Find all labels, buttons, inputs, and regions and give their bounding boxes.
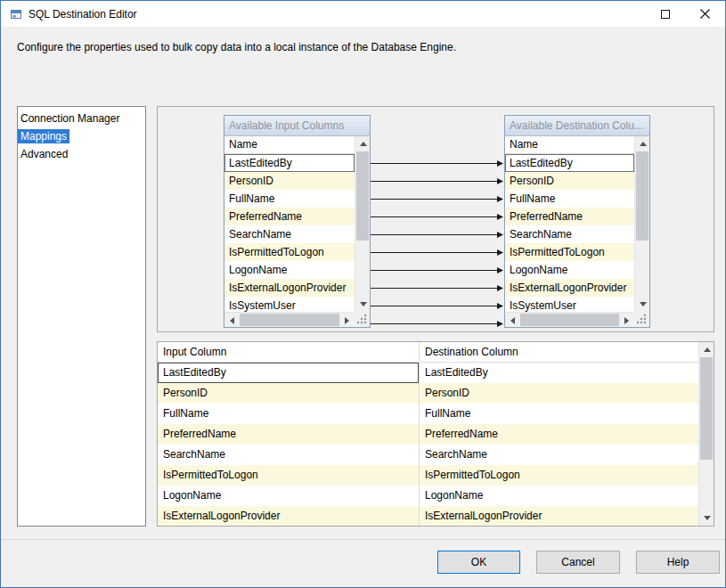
destination-column-header[interactable]: Destination Column [420,342,698,362]
grid-row[interactable]: LastEditedBy [505,154,634,172]
scroll-up-button[interactable] [635,136,650,151]
maximize-button[interactable] [645,1,685,27]
triangle-left-icon [230,317,234,324]
sidebar-item-label: Advanced [18,147,70,161]
grid-row[interactable]: IsExternalLogonProvider [505,279,634,297]
cancel-button[interactable]: Cancel [536,551,620,574]
scroll-right-button[interactable] [619,313,634,328]
scroll-thumb[interactable] [240,314,339,326]
input-column-cell[interactable]: FullName [158,404,420,424]
scroll-thumb[interactable] [520,314,619,326]
resize-grip-icon[interactable] [355,312,370,327]
triangle-down-icon [360,302,367,306]
grid-row[interactable]: LogonName [505,261,634,279]
input-grid-vscroll[interactable] [355,136,370,312]
mapping-table-header: Input Column Destination Column [158,342,698,363]
sidebar-list: Connection ManagerMappingsAdvanced [17,106,146,527]
grid-row[interactable]: IsPermittedToLogon [224,243,355,261]
triangle-up-icon [360,142,367,146]
grid-row[interactable]: LogonName [224,261,355,279]
mapping-table-vscroll[interactable] [698,342,714,526]
grid-row[interactable]: PreferredName [505,208,634,225]
scroll-left-button[interactable] [224,313,240,328]
grid-row[interactable]: FullName [224,190,355,208]
destination-column-cell[interactable]: IsExternalLogonProvider [420,506,698,526]
help-button[interactable]: Help [636,551,720,574]
destination-grid-vscroll[interactable] [634,136,649,312]
destination-column-cell[interactable]: LastEditedBy [420,363,698,383]
input-grid-name-header[interactable]: Name [224,136,355,154]
input-column-cell[interactable]: IsExternalLogonProvider [158,506,420,526]
table-row[interactable]: PersonIDPersonID [158,383,698,404]
scroll-up-button[interactable] [699,342,714,357]
titlebar: SQL Destination Editor [1,1,725,27]
input-column-cell[interactable]: IsPermittedToLogon [158,465,420,486]
table-row[interactable]: LastEditedByLastEditedBy [158,363,698,383]
scroll-down-button[interactable] [699,510,714,526]
scroll-right-button[interactable] [339,313,355,328]
input-column-cell[interactable]: SearchName [158,445,420,465]
input-grid-hscroll[interactable] [224,312,355,327]
grid-row[interactable]: IsPermittedToLogon [505,243,634,261]
destination-column-cell[interactable]: LogonName [420,486,698,506]
sidebar-item-label: Mappings [18,129,69,143]
input-column-header[interactable]: Input Column [158,342,420,362]
input-grid-title: Available Input Columns [224,116,370,136]
scroll-down-button[interactable] [355,297,371,312]
destination-grid-name-header[interactable]: Name [505,136,634,154]
mapping-table-rows: LastEditedByLastEditedByPersonIDPersonID… [158,363,698,526]
maximize-icon [661,10,670,19]
table-row[interactable]: SearchNameSearchName [158,445,698,465]
destination-column-cell[interactable]: SearchName [420,445,698,465]
input-column-cell[interactable]: PersonID [158,383,420,404]
grid-row[interactable]: IsSystemUser [505,297,634,312]
available-destination-columns-grid: Available Destination Colu... Name LastE… [504,115,650,328]
grid-row[interactable]: PersonID [505,172,634,190]
scroll-thumb[interactable] [636,151,649,241]
destination-column-cell[interactable]: IsPermittedToLogon [420,465,698,486]
scroll-thumb[interactable] [700,357,713,460]
grid-row[interactable]: IsSystemUser [224,297,355,312]
destination-grid-hscroll[interactable] [505,312,634,327]
close-icon [700,9,710,19]
input-column-cell[interactable]: LogonName [158,486,420,506]
sql-destination-editor-window: SQL Destination Editor Configure the pro… [0,0,726,588]
app-icon [9,7,23,21]
triangle-down-icon [640,302,647,306]
sidebar-item-advanced[interactable]: Advanced [18,145,145,163]
grid-row[interactable]: SearchName [505,225,634,243]
input-column-cell[interactable]: LastEditedBy [158,363,420,383]
sidebar-item-mappings[interactable]: Mappings [18,127,145,145]
scroll-up-button[interactable] [355,136,371,151]
destination-column-cell[interactable]: PreferredName [420,424,698,445]
destination-grid-rows: LastEditedByPersonIDFullNamePreferredNam… [505,154,634,312]
scroll-left-button[interactable] [505,313,520,328]
table-row[interactable]: FullNameFullName [158,404,698,424]
sidebar-item-label: Connection Manager [18,111,122,126]
triangle-up-icon [704,347,711,352]
grid-row[interactable]: FullName [505,190,634,208]
close-button[interactable] [685,1,725,27]
triangle-left-icon [510,317,515,324]
grid-row[interactable]: IsExternalLogonProvider [224,279,355,297]
triangle-down-icon [704,516,711,520]
resize-grip-icon[interactable] [634,312,649,327]
table-row[interactable]: PreferredNamePreferredName [158,424,698,445]
table-row[interactable]: IsPermittedToLogonIsPermittedToLogon [158,465,698,486]
ok-button[interactable]: OK [437,551,520,574]
grid-row[interactable]: PreferredName [224,208,355,225]
destination-grid-title: Available Destination Colu... [505,116,649,136]
destination-column-cell[interactable]: PersonID [420,383,698,404]
table-row[interactable]: LogonNameLogonName [158,486,698,506]
grid-row[interactable]: SearchName [224,225,355,243]
footer-separator [1,539,725,540]
sidebar-item-connection-manager[interactable]: Connection Manager [18,110,145,127]
mapping-connectors [371,115,504,328]
table-row[interactable]: IsExternalLogonProviderIsExternalLogonPr… [158,506,698,526]
input-column-cell[interactable]: PreferredName [158,424,420,445]
scroll-down-button[interactable] [635,297,650,312]
scroll-thumb[interactable] [356,151,369,241]
destination-column-cell[interactable]: FullName [420,404,698,424]
grid-row[interactable]: PersonID [224,172,355,190]
grid-row[interactable]: LastEditedBy [224,154,355,172]
